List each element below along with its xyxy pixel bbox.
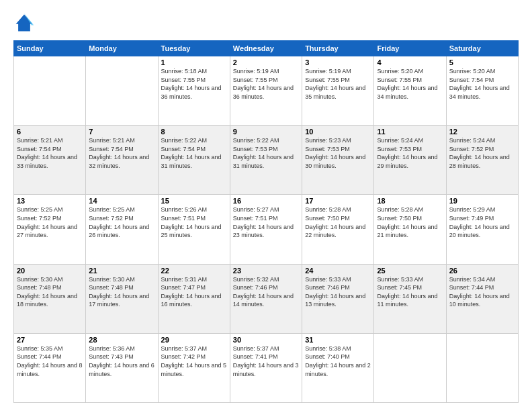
day-number: 5 [449, 58, 515, 66]
logo-icon [13, 12, 35, 34]
calendar-cell: 21Sunrise: 5:30 AM Sunset: 7:48 PM Dayli… [86, 264, 158, 333]
cell-content: Sunrise: 5:37 AM Sunset: 7:42 PM Dayligh… [161, 345, 227, 378]
weekday-header-tuesday: Tuesday [158, 41, 230, 56]
weekday-header-wednesday: Wednesday [230, 41, 302, 56]
day-number: 10 [305, 128, 371, 136]
cell-content: Sunrise: 5:25 AM Sunset: 7:52 PM Dayligh… [89, 205, 154, 239]
cell-content: Sunrise: 5:36 AM Sunset: 7:43 PM Dayligh… [89, 345, 154, 378]
calendar-cell: 5Sunrise: 5:20 AM Sunset: 7:54 PM Daylig… [446, 56, 518, 126]
weekday-header-thursday: Thursday [302, 41, 374, 56]
header [13, 12, 519, 34]
page: SundayMondayTuesdayWednesdayThursdayFrid… [0, 0, 532, 411]
cell-content: Sunrise: 5:32 AM Sunset: 7:46 PM Dayligh… [233, 275, 299, 309]
day-number: 31 [305, 336, 371, 344]
day-number: 17 [305, 197, 371, 205]
calendar-cell [86, 56, 158, 126]
cell-content: Sunrise: 5:29 AM Sunset: 7:49 PM Dayligh… [449, 205, 515, 239]
calendar-cell: 6Sunrise: 5:21 AM Sunset: 7:54 PM Daylig… [14, 126, 86, 195]
cell-content: Sunrise: 5:33 AM Sunset: 7:46 PM Dayligh… [305, 275, 371, 309]
cell-content: Sunrise: 5:34 AM Sunset: 7:44 PM Dayligh… [449, 275, 515, 309]
day-number: 13 [17, 197, 83, 205]
day-number: 27 [17, 336, 83, 344]
calendar-cell: 9Sunrise: 5:22 AM Sunset: 7:53 PM Daylig… [230, 126, 302, 195]
cell-content: Sunrise: 5:24 AM Sunset: 7:53 PM Dayligh… [377, 136, 443, 170]
cell-content: Sunrise: 5:21 AM Sunset: 7:54 PM Dayligh… [17, 136, 83, 170]
calendar-week-row: 6Sunrise: 5:21 AM Sunset: 7:54 PM Daylig… [14, 126, 519, 195]
calendar-cell: 28Sunrise: 5:36 AM Sunset: 7:43 PM Dayli… [86, 333, 158, 402]
cell-content: Sunrise: 5:20 AM Sunset: 7:55 PM Dayligh… [377, 67, 443, 101]
cell-content: Sunrise: 5:30 AM Sunset: 7:48 PM Dayligh… [17, 275, 83, 309]
cell-content: Sunrise: 5:22 AM Sunset: 7:54 PM Dayligh… [161, 136, 227, 170]
calendar-cell: 13Sunrise: 5:25 AM Sunset: 7:52 PM Dayli… [14, 195, 86, 264]
cell-content: Sunrise: 5:26 AM Sunset: 7:51 PM Dayligh… [161, 205, 227, 239]
day-number: 20 [17, 267, 83, 275]
calendar-cell: 10Sunrise: 5:23 AM Sunset: 7:53 PM Dayli… [302, 126, 374, 195]
weekday-header-row: SundayMondayTuesdayWednesdayThursdayFrid… [14, 41, 519, 56]
cell-content: Sunrise: 5:28 AM Sunset: 7:50 PM Dayligh… [305, 205, 371, 239]
calendar-week-row: 27Sunrise: 5:35 AM Sunset: 7:44 PM Dayli… [14, 333, 519, 402]
day-number: 24 [305, 267, 371, 275]
day-number: 19 [449, 197, 515, 205]
day-number: 1 [161, 58, 227, 66]
weekday-header-sunday: Sunday [14, 41, 86, 56]
cell-content: Sunrise: 5:23 AM Sunset: 7:53 PM Dayligh… [305, 136, 371, 170]
calendar-cell: 14Sunrise: 5:25 AM Sunset: 7:52 PM Dayli… [86, 195, 158, 264]
day-number: 9 [233, 128, 299, 136]
calendar-cell: 12Sunrise: 5:24 AM Sunset: 7:52 PM Dayli… [446, 126, 518, 195]
calendar-week-row: 1Sunrise: 5:18 AM Sunset: 7:55 PM Daylig… [14, 56, 519, 126]
calendar-cell: 24Sunrise: 5:33 AM Sunset: 7:46 PM Dayli… [302, 264, 374, 333]
calendar-cell: 3Sunrise: 5:19 AM Sunset: 7:55 PM Daylig… [302, 56, 374, 126]
calendar-cell [446, 333, 518, 402]
day-number: 22 [161, 267, 227, 275]
day-number: 25 [377, 267, 443, 275]
cell-content: Sunrise: 5:19 AM Sunset: 7:55 PM Dayligh… [305, 67, 371, 101]
calendar-week-row: 20Sunrise: 5:30 AM Sunset: 7:48 PM Dayli… [14, 264, 519, 333]
cell-content: Sunrise: 5:19 AM Sunset: 7:55 PM Dayligh… [233, 67, 299, 101]
day-number: 23 [233, 267, 299, 275]
calendar-cell: 31Sunrise: 5:38 AM Sunset: 7:40 PM Dayli… [302, 333, 374, 402]
calendar-cell: 1Sunrise: 5:18 AM Sunset: 7:55 PM Daylig… [158, 56, 230, 126]
cell-content: Sunrise: 5:31 AM Sunset: 7:47 PM Dayligh… [161, 275, 227, 309]
calendar-cell: 19Sunrise: 5:29 AM Sunset: 7:49 PM Dayli… [446, 195, 518, 264]
cell-content: Sunrise: 5:38 AM Sunset: 7:40 PM Dayligh… [305, 345, 371, 378]
cell-content: Sunrise: 5:21 AM Sunset: 7:54 PM Dayligh… [89, 136, 154, 170]
calendar-cell: 8Sunrise: 5:22 AM Sunset: 7:54 PM Daylig… [158, 126, 230, 195]
day-number: 4 [377, 58, 443, 66]
weekday-header-friday: Friday [374, 41, 446, 56]
day-number: 11 [377, 128, 443, 136]
cell-content: Sunrise: 5:27 AM Sunset: 7:51 PM Dayligh… [233, 205, 299, 239]
day-number: 7 [89, 128, 154, 136]
cell-content: Sunrise: 5:35 AM Sunset: 7:44 PM Dayligh… [17, 345, 83, 378]
day-number: 26 [449, 267, 515, 275]
day-number: 12 [449, 128, 515, 136]
calendar-cell: 11Sunrise: 5:24 AM Sunset: 7:53 PM Dayli… [374, 126, 446, 195]
calendar-week-row: 13Sunrise: 5:25 AM Sunset: 7:52 PM Dayli… [14, 195, 519, 264]
day-number: 18 [377, 197, 443, 205]
calendar-cell: 2Sunrise: 5:19 AM Sunset: 7:55 PM Daylig… [230, 56, 302, 126]
calendar-cell: 18Sunrise: 5:28 AM Sunset: 7:50 PM Dayli… [374, 195, 446, 264]
day-number: 28 [89, 336, 154, 344]
calendar-cell: 25Sunrise: 5:33 AM Sunset: 7:45 PM Dayli… [374, 264, 446, 333]
cell-content: Sunrise: 5:18 AM Sunset: 7:55 PM Dayligh… [161, 67, 227, 101]
calendar-cell [14, 56, 86, 126]
cell-content: Sunrise: 5:30 AM Sunset: 7:48 PM Dayligh… [89, 275, 154, 309]
day-number: 2 [233, 58, 299, 66]
cell-content: Sunrise: 5:20 AM Sunset: 7:54 PM Dayligh… [449, 67, 515, 101]
calendar-cell: 7Sunrise: 5:21 AM Sunset: 7:54 PM Daylig… [86, 126, 158, 195]
cell-content: Sunrise: 5:37 AM Sunset: 7:41 PM Dayligh… [233, 345, 299, 378]
day-number: 29 [161, 336, 227, 344]
calendar-cell [374, 333, 446, 402]
day-number: 16 [233, 197, 299, 205]
day-number: 21 [89, 267, 154, 275]
logo [13, 12, 39, 34]
cell-content: Sunrise: 5:24 AM Sunset: 7:52 PM Dayligh… [449, 136, 515, 170]
calendar-cell: 20Sunrise: 5:30 AM Sunset: 7:48 PM Dayli… [14, 264, 86, 333]
day-number: 3 [305, 58, 371, 66]
cell-content: Sunrise: 5:22 AM Sunset: 7:53 PM Dayligh… [233, 136, 299, 170]
cell-content: Sunrise: 5:33 AM Sunset: 7:45 PM Dayligh… [377, 275, 443, 309]
calendar-table: SundayMondayTuesdayWednesdayThursdayFrid… [13, 40, 519, 403]
cell-content: Sunrise: 5:28 AM Sunset: 7:50 PM Dayligh… [377, 205, 443, 239]
calendar-cell: 26Sunrise: 5:34 AM Sunset: 7:44 PM Dayli… [446, 264, 518, 333]
calendar-cell: 22Sunrise: 5:31 AM Sunset: 7:47 PM Dayli… [158, 264, 230, 333]
day-number: 6 [17, 128, 83, 136]
